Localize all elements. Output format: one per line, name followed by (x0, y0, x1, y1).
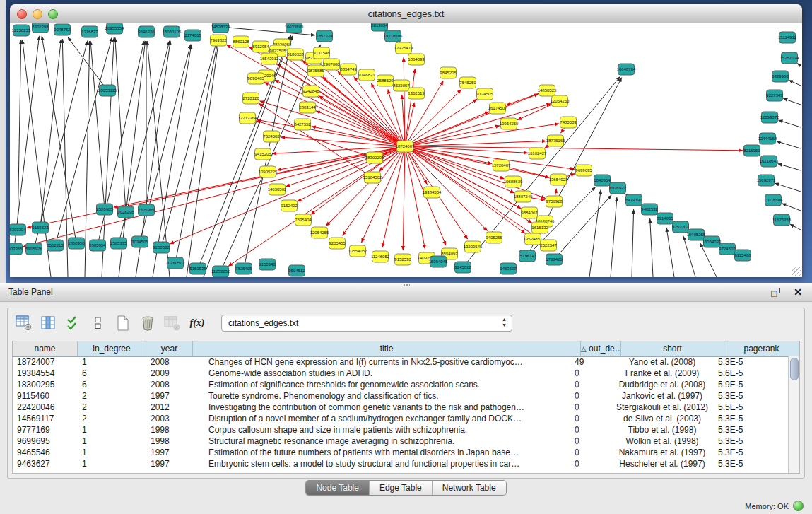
graph-node[interactable]: 16543912 (260, 53, 279, 64)
close-panel-icon[interactable]: ✕ (792, 286, 804, 298)
graph-node[interactable]: 2803144 (299, 102, 316, 113)
graph-node[interactable]: 1864093 (408, 54, 425, 65)
graph-node[interactable]: 2967008 (323, 59, 340, 70)
graph-node[interactable]: 9131546 (313, 47, 330, 59)
graph-node[interactable]: 16648784 (617, 64, 636, 75)
graph-node[interactable]: 15184502 (363, 172, 382, 183)
graph-node[interactable]: 7525405 (235, 263, 252, 274)
graph-node[interactable]: 8303304 (10, 224, 26, 235)
delete-rows-trash-icon[interactable] (139, 314, 157, 332)
column-header-title[interactable]: title (193, 341, 581, 356)
table-row[interactable]: 946554611997Estimation of the future num… (13, 447, 789, 458)
graph-node[interactable]: 9253203 (672, 221, 689, 233)
graph-node[interactable]: 15196141 (518, 250, 537, 262)
graph-node[interactable]: 9115460 (735, 250, 752, 261)
graph-node[interactable]: 20055115 (98, 85, 117, 96)
graph-node[interactable]: 9329966 (772, 71, 789, 82)
select-columns-icon[interactable] (40, 314, 58, 332)
graph-node[interactable]: 9155523 (32, 222, 49, 233)
graph-node[interactable]: 9928298 (117, 206, 134, 218)
graph-node[interactable]: 12444154 (758, 133, 777, 144)
graph-node[interactable]: 19218506 (384, 30, 403, 42)
network-canvas[interactable]: 1872400779638228860128891295428226058982… (10, 23, 802, 277)
zoom-window-icon[interactable] (48, 9, 58, 19)
graph-node[interactable]: 8938923 (609, 182, 626, 194)
graph-node[interactable]: 9890465 (247, 73, 264, 84)
graph-node[interactable]: 7545250 (459, 77, 476, 88)
graph-node[interactable]: 1860950 (68, 238, 85, 249)
graph-node[interactable]: 12213364 (238, 112, 257, 124)
graph-node[interactable]: 7635404 (295, 214, 312, 226)
function-builder-icon[interactable]: f(x) (188, 314, 206, 332)
graph-node[interactable]: 11246052 (371, 251, 390, 262)
graph-node[interactable]: 2520605 (96, 204, 113, 215)
graph-node[interactable]: 12158255 (12, 25, 31, 36)
network-window-titlebar[interactable]: citations_edges.txt (10, 4, 802, 24)
graph-node[interactable]: 8912954 (252, 41, 269, 52)
graph-node[interactable]: 18300295 (365, 152, 384, 163)
graph-node[interactable]: 6502215 (47, 240, 64, 251)
graph-node[interactable]: 9245012 (454, 262, 471, 273)
graph-node[interactable]: 2522547 (540, 240, 557, 251)
graph-node[interactable]: 12093872 (760, 112, 779, 123)
graph-node[interactable]: 1840954 (594, 175, 611, 186)
graph-node[interactable]: 10905225 (259, 166, 278, 177)
graph-node[interactable]: 7485083 (560, 117, 577, 128)
tab-node-table[interactable]: Node Table (306, 481, 369, 495)
graph-node[interactable]: 9546326 (138, 26, 155, 37)
graph-node[interactable]: 13209545 (464, 241, 483, 252)
graph-node[interactable]: 8854749 (340, 64, 357, 75)
graph-node[interactable]: 16210643 (760, 156, 779, 167)
table-row[interactable]: 1830029562008Estimation of significance … (13, 379, 789, 390)
graph-node[interactable]: 14528039 (211, 23, 230, 33)
resize-grip-icon[interactable] (792, 267, 801, 276)
graph-node[interactable]: 9402532 (641, 204, 658, 215)
graph-node[interactable]: 9724502 (719, 243, 736, 255)
graph-node[interactable]: 15751074 (780, 52, 799, 64)
graph-node[interactable]: 8914035 (657, 213, 673, 224)
column-header-name[interactable]: name (13, 341, 78, 356)
graph-node[interactable]: 9227343 (766, 90, 783, 101)
graph-node[interactable]: 1615132 (531, 222, 548, 233)
graph-node[interactable]: 8215953 (743, 145, 760, 156)
graph-node[interactable]: 15720407 (492, 160, 511, 171)
graph-node[interactable]: 9152402 (281, 200, 298, 211)
graph-node[interactable]: 5905926 (25, 243, 42, 255)
select-all-icon[interactable] (64, 314, 83, 332)
graph-node[interactable]: 9146821 (358, 69, 375, 81)
table-scrollbar-thumb[interactable] (790, 358, 799, 380)
table-row[interactable]: 1938455462009Genome-wide association stu… (13, 368, 789, 379)
graph-node[interactable]: 9250532 (153, 242, 170, 253)
float-panel-icon[interactable] (770, 286, 781, 298)
graph-node[interactable]: 2505335 (110, 238, 127, 249)
graph-node[interactable]: 15054045 (429, 256, 448, 267)
graph-node[interactable]: 9048752 (54, 24, 71, 35)
graph-node[interactable]: 1362619 (408, 88, 425, 99)
graph-node[interactable]: 12325419 (394, 42, 413, 54)
column-header-in_degree[interactable]: in_degree (78, 341, 146, 356)
graph-node[interactable]: 7524502 (263, 131, 280, 142)
graph-node[interactable]: 16102427 (528, 148, 547, 159)
graph-node[interactable]: 10688639 (504, 176, 523, 187)
graph-node[interactable]: 8522057 (393, 80, 410, 91)
graph-node[interactable]: 14650502 (268, 184, 287, 195)
graph-node[interactable]: 8427552 (294, 119, 311, 130)
graph-node[interactable]: 16054033 (702, 236, 722, 247)
graph-node[interactable]: 12054250 (551, 95, 570, 107)
graph-node[interactable]: 9124505 (476, 88, 493, 100)
graph-node[interactable]: 9884067 (521, 207, 538, 218)
panel-divider-grip[interactable] (403, 284, 410, 286)
graph-node[interactable]: 2718126 (242, 93, 259, 104)
graph-node[interactable]: 9504512 (288, 265, 305, 276)
graph-node[interactable]: 1505905 (138, 204, 155, 216)
graph-node[interactable]: 10954250 (500, 118, 519, 129)
graph-node[interactable]: 15060105 (163, 26, 182, 37)
graph-node[interactable]: 16033809 (285, 23, 304, 33)
delete-table-icon[interactable] (163, 314, 182, 332)
tab-network-table[interactable]: Network Table (432, 481, 506, 495)
table-source-dropdown[interactable]: citations_edges.txt ▲▼ (221, 315, 512, 332)
graph-node[interactable]: 9415205 (254, 148, 271, 160)
graph-node[interactable]: 15692971 (757, 175, 776, 186)
graph-node[interactable]: 9242848 (302, 86, 319, 97)
graph-node[interactable]: 18775165 (546, 135, 565, 146)
